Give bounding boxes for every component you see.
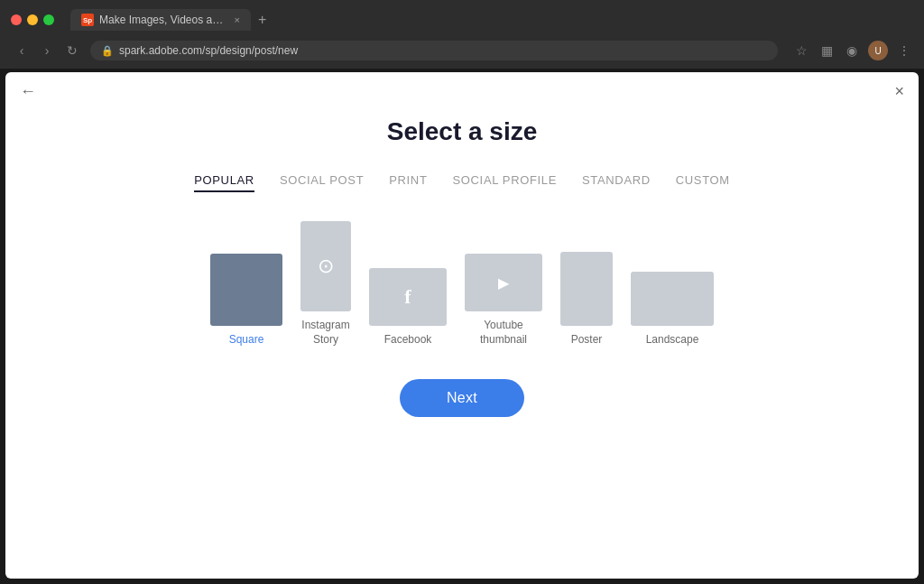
close-traffic-light[interactable] (11, 14, 22, 25)
size-thumb-youtube-thumbnail: ▶ (465, 254, 542, 311)
tab-social-profile[interactable]: SOCIAL PROFILE (453, 173, 558, 192)
size-label-facebook: Facebook (384, 333, 432, 348)
instagram-icon: ⊙ (318, 255, 334, 278)
tab-title: Make Images, Videos and Web (99, 14, 226, 26)
size-thumb-square (210, 254, 282, 326)
tab-social-post[interactable]: SOCIAL POST (280, 173, 364, 192)
category-tabs: POPULAR SOCIAL POST PRINT SOCIAL PROFILE… (194, 173, 730, 192)
nav-buttons: ‹ › ↻ (11, 40, 83, 61)
size-thumb-facebook: f (369, 268, 447, 326)
forward-nav-button[interactable]: › (36, 40, 58, 61)
size-thumb-poster (560, 252, 613, 326)
extensions-icon[interactable]: ▦ (818, 42, 836, 60)
size-label-landscape: Landscape (646, 333, 699, 348)
size-option-landscape[interactable]: Landscape (631, 272, 714, 348)
tab-bar: Sp Make Images, Videos and Web × + (70, 9, 272, 31)
page-title: Select a size (387, 117, 538, 146)
facebook-icon: f (404, 285, 411, 309)
user-avatar[interactable]: U (868, 41, 888, 60)
new-tab-button[interactable]: + (253, 13, 272, 27)
toolbar-right: ☆ ▦ ◉ U ⋮ (792, 41, 913, 60)
size-option-poster[interactable]: Poster (560, 252, 613, 348)
size-option-facebook[interactable]: f Facebook (369, 268, 447, 348)
bookmark-icon[interactable]: ☆ (792, 42, 810, 60)
size-thumb-landscape (631, 272, 714, 326)
close-button[interactable]: × (894, 83, 904, 99)
url-bar[interactable]: 🔒 spark.adobe.com/sp/design/post/new (90, 41, 778, 60)
tab-standard[interactable]: STANDARD (582, 173, 651, 192)
size-option-youtube-thumbnail[interactable]: ▶ Youtube thumbnail (465, 254, 542, 347)
back-nav-button[interactable]: ‹ (11, 40, 32, 61)
url-text: spark.adobe.com/sp/design/post/new (119, 44, 298, 57)
size-label-square: Square (229, 333, 264, 348)
tab-custom[interactable]: CUSTOM (676, 173, 730, 192)
size-option-square[interactable]: Square (210, 254, 282, 348)
address-bar: ‹ › ↻ 🔒 spark.adobe.com/sp/design/post/n… (0, 36, 924, 69)
maximize-traffic-light[interactable] (43, 14, 54, 25)
page-content: ← × Select a size POPULAR SOCIAL POST PR… (5, 72, 919, 579)
traffic-lights (11, 14, 54, 25)
youtube-icon: ▶ (498, 274, 509, 292)
active-tab[interactable]: Sp Make Images, Videos and Web × (70, 9, 251, 31)
tab-close-button[interactable]: × (235, 14, 240, 25)
minimize-traffic-light[interactable] (27, 14, 38, 25)
size-option-instagram-story[interactable]: ⊙ Instagram Story (300, 221, 351, 347)
browser-chrome: Sp Make Images, Videos and Web × + ‹ › ↻… (0, 0, 924, 69)
profile-icon[interactable]: ◉ (843, 42, 861, 60)
ssl-lock-icon: 🔒 (101, 45, 114, 57)
reload-button[interactable]: ↻ (61, 40, 83, 61)
tab-print[interactable]: PRINT (389, 173, 427, 192)
next-button[interactable]: Next (400, 379, 524, 417)
size-options: Square ⊙ Instagram Story f Facebook ▶ (210, 221, 714, 347)
tab-favicon: Sp (81, 14, 94, 26)
tab-popular[interactable]: POPULAR (194, 173, 254, 192)
size-thumb-instagram-story: ⊙ (300, 221, 351, 311)
back-button[interactable]: ← (20, 83, 36, 99)
modal-body: Select a size POPULAR SOCIAL POST PRINT … (5, 72, 919, 579)
size-label-youtube-thumbnail: Youtube thumbnail (480, 319, 527, 347)
size-label-instagram-story: Instagram Story (301, 319, 349, 347)
menu-icon[interactable]: ⋮ (895, 42, 913, 60)
size-label-poster: Poster (571, 333, 603, 348)
